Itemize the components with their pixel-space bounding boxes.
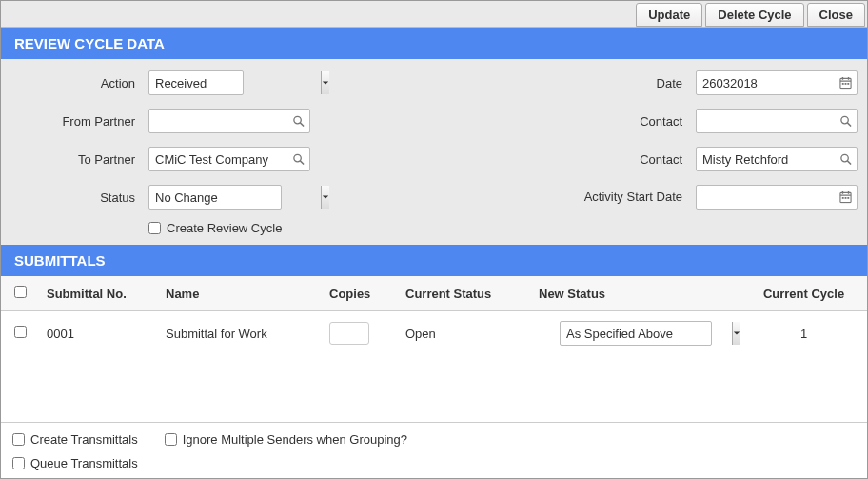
from-partner-field[interactable] — [148, 109, 310, 133]
new-status-select[interactable] — [560, 321, 712, 346]
create-transmittals-label: Create Transmittals — [30, 432, 138, 447]
create-transmittals-option[interactable]: Create Transmittals — [12, 432, 138, 447]
queue-transmittals-option[interactable]: Queue Transmittals — [12, 456, 138, 470]
copies-input[interactable] — [329, 322, 369, 345]
cell-submittal-no: 0001 — [39, 311, 158, 356]
dropdown-icon[interactable] — [732, 322, 740, 345]
create-review-cycle-label: Create Review Cycle — [167, 221, 282, 235]
label-activity-start: Activity Start Date — [572, 190, 686, 205]
select-all-checkbox[interactable] — [14, 286, 27, 298]
col-current-status: Current Status — [398, 276, 531, 311]
label-from-partner: From Partner — [10, 114, 139, 129]
dropdown-icon[interactable] — [321, 186, 329, 209]
ignore-multiple-senders-checkbox[interactable] — [165, 433, 177, 446]
label-contact-to: Contact — [572, 152, 686, 167]
label-action: Action — [10, 76, 139, 90]
delete-cycle-button[interactable]: Delete Cycle — [705, 3, 803, 27]
create-review-cycle-checkbox[interactable] — [148, 222, 161, 234]
activity-start-input[interactable] — [696, 185, 858, 210]
top-toolbar: Update Delete Cycle Close — [1, 1, 867, 28]
section-header-review: REVIEW CYCLE DATA — [1, 28, 867, 59]
label-date: Date — [572, 76, 686, 90]
ignore-multiple-senders-option[interactable]: Ignore Multiple Senders when Grouping? — [165, 432, 407, 447]
col-submittal-no: Submittal No. — [39, 276, 158, 311]
col-current-cycle: Current Cycle — [740, 276, 867, 311]
contact-from-input[interactable] — [696, 109, 858, 133]
action-select-value[interactable] — [149, 71, 321, 94]
status-select[interactable] — [148, 185, 282, 210]
table-row: 0001 Submittal for Work Open 1 — [1, 311, 867, 356]
status-select-value[interactable] — [149, 186, 321, 209]
bottom-options: Create Transmittals Ignore Multiple Send… — [1, 422, 867, 478]
create-transmittals-checkbox[interactable] — [12, 433, 25, 446]
label-to-partner: To Partner — [10, 152, 139, 167]
contact-to-field[interactable] — [696, 147, 858, 171]
cell-name: Submittal for Work — [158, 311, 322, 356]
row-checkbox[interactable] — [14, 326, 27, 338]
to-partner-input[interactable] — [148, 147, 310, 171]
update-button[interactable]: Update — [636, 3, 702, 27]
review-cycle-form: Action Date From Partner Contact — [1, 59, 867, 245]
date-field[interactable] — [696, 70, 858, 95]
queue-transmittals-label: Queue Transmittals — [30, 456, 138, 470]
section-header-submittals: SUBMITTALS — [1, 245, 867, 276]
submittals-table: Submittal No. Name Copies Current Status… — [1, 276, 867, 355]
new-status-value[interactable] — [561, 322, 732, 345]
dropdown-icon[interactable] — [321, 71, 329, 94]
contact-to-input[interactable] — [696, 147, 858, 171]
queue-transmittals-checkbox[interactable] — [12, 457, 25, 469]
cell-current-status: Open — [398, 311, 531, 356]
action-select[interactable] — [148, 70, 244, 95]
close-button[interactable]: Close — [807, 3, 865, 27]
cell-current-cycle: 1 — [740, 311, 867, 356]
date-input[interactable] — [696, 70, 858, 95]
label-status: Status — [10, 190, 139, 205]
contact-from-field[interactable] — [696, 109, 858, 133]
col-copies: Copies — [322, 276, 398, 311]
label-contact-from: Contact — [572, 114, 686, 129]
col-name: Name — [158, 276, 322, 311]
ignore-multiple-senders-label: Ignore Multiple Senders when Grouping? — [183, 432, 407, 447]
from-partner-input[interactable] — [148, 109, 310, 133]
to-partner-field[interactable] — [148, 147, 310, 171]
activity-start-field[interactable] — [696, 185, 858, 210]
col-new-status: New Status — [531, 276, 740, 311]
